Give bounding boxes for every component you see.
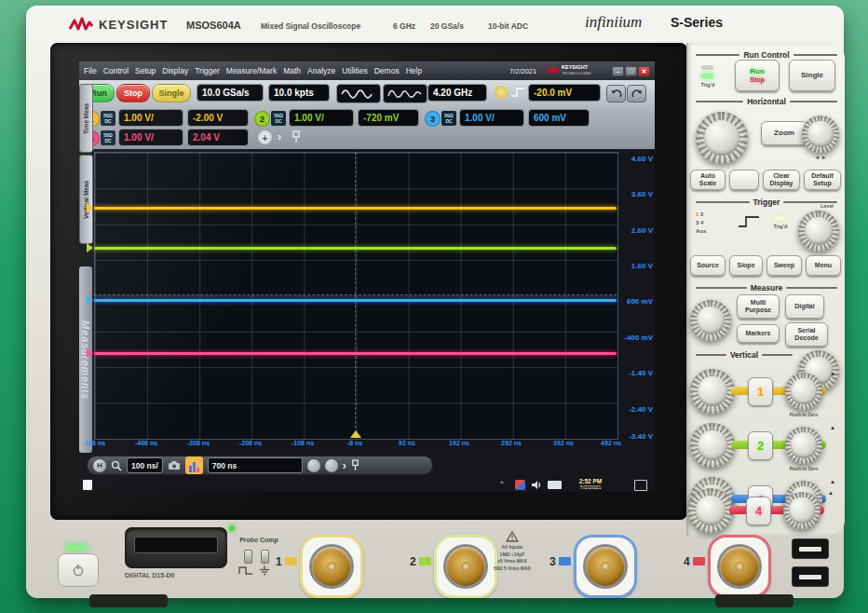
autoscale-key[interactable]: Auto Scale [690, 170, 726, 190]
channel-4-coupling-badge[interactable]: 50ΩDC [101, 130, 115, 145]
bnc-input-4[interactable] [708, 535, 771, 598]
trigger-time-marker-icon[interactable] [350, 430, 361, 438]
menu-trigger[interactable]: Trigger [195, 66, 220, 75]
ch4-key[interactable]: 4 [746, 497, 771, 525]
app-window-icon[interactable] [83, 480, 92, 490]
channel-3-indicator[interactable]: 3 [425, 111, 441, 127]
stop-button[interactable]: Stop [116, 84, 150, 102]
minimize-button[interactable]: – [612, 66, 624, 76]
measurements-sidebar[interactable]: Measurements [79, 266, 92, 453]
trigger-level-readout[interactable]: -20.0 mV [528, 84, 601, 102]
bnc-input-1[interactable] [300, 535, 363, 598]
menu-control[interactable]: Control [103, 66, 129, 75]
expand-arrow-icon[interactable]: › [343, 459, 346, 472]
trigger-menu-key[interactable]: Menu [806, 255, 841, 276]
photos-tray-icon[interactable] [515, 480, 525, 490]
channel-4-scale-readout[interactable]: 1.00 V/ [118, 129, 183, 146]
clear-display-key[interactable]: Clear Display [763, 170, 800, 190]
search-icon[interactable] [111, 460, 122, 471]
menu-utilities[interactable]: Utilities [342, 66, 367, 75]
channel-2-coupling-badge[interactable]: 50ΩDC [271, 111, 286, 126]
trigger-source-key[interactable]: Source [690, 255, 726, 276]
menu-help[interactable]: Help [406, 66, 422, 75]
multipurpose-knob[interactable] [690, 300, 731, 341]
usb-port-1[interactable] [792, 538, 829, 559]
run-stop-key[interactable]: Run Stop [735, 60, 780, 91]
menu-math[interactable]: Math [283, 66, 301, 75]
channel-1-offset-readout[interactable]: -2.00 V [187, 109, 249, 127]
restore-button[interactable]: □ [625, 66, 637, 76]
ch1-scale-knob[interactable] [690, 369, 735, 414]
ch4-offset-knob[interactable] [783, 492, 821, 529]
expand-chevron-icon[interactable]: › [278, 129, 281, 143]
markers-key[interactable]: Markers [737, 324, 780, 343]
ch1-offset-knob[interactable] [785, 373, 822, 410]
speaker-icon[interactable] [531, 480, 542, 490]
blank-key[interactable] [729, 170, 759, 190]
ch4-scale-knob[interactable] [688, 488, 733, 533]
probe-comp-terminal-2[interactable] [261, 550, 269, 564]
status-icon-2[interactable] [325, 459, 338, 472]
menu-display[interactable]: Display [162, 66, 188, 75]
memory-depth-readout[interactable]: 10.0 kpts [268, 84, 330, 102]
channel-2-scale-readout[interactable]: 1.00 V/ [289, 109, 354, 127]
pin-icon[interactable] [292, 130, 301, 143]
channel-1-scale-readout[interactable]: 1.00 V/ [118, 109, 183, 127]
power-button[interactable] [58, 553, 99, 587]
horizontal-position-knob[interactable] [802, 116, 839, 153]
ch2-offset-knob[interactable] [785, 427, 822, 464]
menu-analyze[interactable]: Analyze [307, 66, 335, 75]
probe-comp-terminal-1[interactable] [244, 550, 252, 564]
multi-purpose-key[interactable]: Multi Purpose [737, 294, 780, 319]
add-waveform-icon[interactable]: + [258, 130, 272, 144]
bnc-input-3[interactable] [574, 535, 637, 598]
horizontal-badge[interactable]: H [93, 459, 106, 472]
channel-3-scale-readout[interactable]: 1.00 V/ [459, 109, 524, 127]
close-button[interactable]: ✕ [638, 66, 650, 76]
tab-time-meas[interactable]: Time Meas [79, 84, 93, 153]
digital-probe-connector[interactable] [125, 527, 227, 568]
usb-port-2[interactable] [792, 566, 829, 587]
menu-setup[interactable]: Setup [135, 66, 156, 75]
single-button[interactable]: Single [152, 84, 191, 102]
channel-3-offset-readout[interactable]: 600 mV [528, 109, 590, 127]
waveform-preview-1-icon[interactable] [336, 84, 381, 103]
taskbar-clock[interactable]: 2:52 PM 7/2/2021 [569, 478, 612, 491]
menu-demos[interactable]: Demos [374, 66, 400, 75]
waveform-preview-2-icon[interactable] [383, 84, 427, 103]
channel-2-indicator[interactable]: 2 [254, 111, 270, 127]
histogram-icon[interactable] [185, 456, 203, 474]
channel-3-coupling-badge[interactable]: 50ΩDC [441, 111, 456, 126]
zoom-key[interactable]: Zoom [761, 121, 807, 145]
tab-vertical-meas[interactable]: Vertical Meas [79, 155, 93, 244]
channel-2-offset-readout[interactable]: -720 mV [358, 109, 419, 127]
show-desktop-icon[interactable] [634, 480, 647, 491]
sample-rate-readout[interactable]: 10.0 GSa/s [197, 84, 264, 102]
trigger-source-icon[interactable] [495, 86, 508, 99]
trigger-slope-key[interactable]: Slope [729, 255, 763, 276]
default-setup-key[interactable]: Default Setup [804, 170, 841, 190]
hscale-readout[interactable]: 100 ns/ [127, 457, 163, 473]
menu-file[interactable]: File [84, 66, 97, 75]
channel-4-offset-readout[interactable]: 2.04 V [187, 129, 249, 146]
bandwidth-readout[interactable]: 4.20 GHz [427, 84, 487, 102]
trigger-level-knob[interactable] [798, 211, 839, 252]
pin-bar-icon[interactable] [351, 459, 359, 471]
horizontal-scale-knob[interactable] [696, 112, 748, 164]
single-key[interactable]: Single [789, 60, 835, 91]
tray-expand-icon[interactable]: ^ [500, 479, 504, 487]
ch2-scale-knob[interactable] [690, 423, 735, 468]
keyboard-tray-icon[interactable] [548, 481, 562, 489]
waveform-graticule[interactable] [94, 152, 618, 440]
camera-icon[interactable] [168, 460, 181, 470]
undo-icon[interactable] [606, 85, 626, 102]
ch1-key[interactable]: 1 [748, 377, 773, 406]
hposition-readout[interactable]: 700 ns [208, 457, 303, 473]
trigger-edge-icon[interactable] [510, 87, 525, 98]
status-icon-1[interactable] [307, 459, 320, 472]
channel-1-coupling-badge[interactable]: 50ΩDC [101, 111, 115, 126]
menu-measure-mark[interactable]: Measure/Mark [226, 66, 277, 75]
trigger-sweep-key[interactable]: Sweep [766, 255, 802, 276]
digital-key[interactable]: Digital [785, 294, 824, 319]
redo-icon[interactable] [627, 85, 646, 102]
